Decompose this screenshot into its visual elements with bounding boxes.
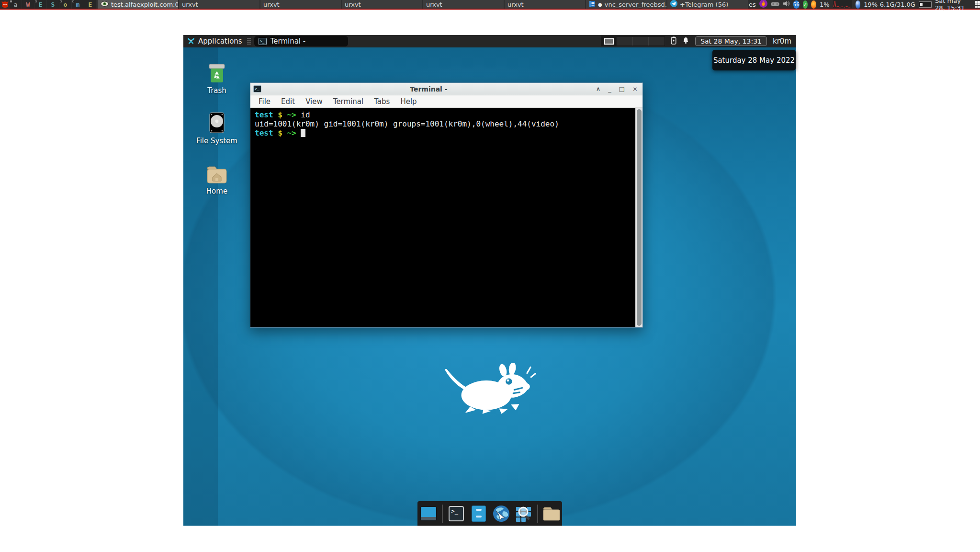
terminal-menubar: File Edit View Terminal Tabs Help xyxy=(250,95,642,108)
window-title: Terminal - xyxy=(261,85,596,93)
gamepad-icon[interactable] xyxy=(771,1,779,8)
icon-label: Trash xyxy=(194,86,240,95)
xfce-top-panel: Applications >_ Terminal - Sat 28 May, 1… xyxy=(183,35,796,47)
shade-button[interactable]: ∧ xyxy=(596,83,601,95)
applications-label: Applications xyxy=(198,37,242,46)
memory-usage: 19%-6.1G/31.0G xyxy=(864,1,915,8)
terminal-launcher[interactable]: >_ xyxy=(447,505,465,523)
task-vnc-server[interactable]: ● vnc_server_freebsd.... xyxy=(586,0,666,9)
notification-bell-icon[interactable] xyxy=(682,37,689,46)
show-desktop-button[interactable] xyxy=(419,505,438,523)
host-tasklist: test.alfaexploit.com:0 - ... urxvt urxvt… xyxy=(98,0,749,9)
tag-4[interactable]: S xyxy=(47,0,59,9)
app-finder-icon xyxy=(515,505,532,522)
text-cursor xyxy=(301,129,305,137)
firewall-flame-icon[interactable] xyxy=(759,0,767,9)
tag-1[interactable]: a xyxy=(10,0,22,9)
panel-tasklist: >_ Terminal - xyxy=(252,35,601,47)
vnc-eye-icon xyxy=(101,1,109,8)
clock-tooltip: Saturday 28 May 2022 xyxy=(712,50,796,70)
tag-6[interactable]: m xyxy=(72,0,84,9)
tag-indicator xyxy=(35,0,37,2)
workspace-3[interactable] xyxy=(633,37,649,46)
terminal-icon: >_ xyxy=(259,38,267,45)
command-output: uid=1001(kr0m) gid=1001(kr0m) groups=100… xyxy=(255,119,638,128)
icon-label: File System xyxy=(194,137,240,145)
freebsd-beastie-icon[interactable] xyxy=(0,0,10,9)
telegram-icon xyxy=(670,0,677,9)
terminal-window: >_ Terminal - ∧ _ □ × File Edit View Ter… xyxy=(250,82,643,328)
telegram-unread-badge[interactable]: 56 xyxy=(793,0,800,9)
xfce-mouse-logo xyxy=(441,363,539,416)
prompt-line-1: test $ ~> id xyxy=(255,110,638,119)
panel-clock-button[interactable]: Sat 28 May, 13:31 xyxy=(695,36,767,46)
workspace-pager xyxy=(601,36,665,46)
keyboard-layout-indicator[interactable]: es xyxy=(749,1,756,8)
menu-view[interactable]: View xyxy=(300,97,328,106)
desktop-icon-home[interactable]: Home xyxy=(194,162,240,196)
terminal-output-area[interactable]: test $ ~> iduid=1001(kr0m) gid=1001(kr0m… xyxy=(250,108,642,327)
terminal-icon: >_ xyxy=(253,85,261,92)
task-urxvt-1[interactable]: urxvt xyxy=(179,0,259,9)
tag-3[interactable]: E xyxy=(34,0,46,9)
menu-file[interactable]: File xyxy=(253,97,276,106)
host-clock[interactable]: Sat may 28, 15:31 xyxy=(935,0,971,12)
desktop-icon-filesystem[interactable]: File System xyxy=(194,112,240,145)
panel-task-terminal[interactable]: >_ Terminal - xyxy=(254,36,348,46)
task-urxvt-5[interactable]: urxvt xyxy=(505,0,585,9)
unread-bullet: ● xyxy=(598,2,602,7)
host-systray: es 56 ✓ 1% 19%-6.1G/31.0G Sat may 28, 15… xyxy=(749,0,980,12)
hard-drive-icon xyxy=(194,112,240,135)
pager-window-miniature xyxy=(604,38,614,45)
tag-indicator xyxy=(10,0,12,2)
task-vnc-viewer[interactable]: test.alfaexploit.com:0 - ... xyxy=(98,0,178,9)
battery-icon[interactable] xyxy=(671,36,676,46)
tag-2[interactable]: W xyxy=(22,0,34,9)
workspace-4[interactable] xyxy=(649,37,665,46)
panel-status-area: Sat 28 May, 13:31 kr0m xyxy=(671,35,796,47)
xfce-logo-icon xyxy=(187,36,195,46)
home-folder-icon xyxy=(194,162,240,185)
maximize-button[interactable]: □ xyxy=(619,83,625,95)
volume-icon[interactable] xyxy=(783,0,790,8)
menu-terminal[interactable]: Terminal xyxy=(328,97,369,106)
terminal-titlebar[interactable]: >_ Terminal - ∧ _ □ × xyxy=(250,83,642,95)
trash-icon xyxy=(194,61,240,84)
close-button[interactable]: × xyxy=(632,83,638,95)
indicator-meter xyxy=(919,1,932,8)
document-icon xyxy=(589,0,596,9)
dock-separator xyxy=(442,505,443,523)
prompt-line-2: test $ ~> xyxy=(255,128,638,138)
menu-tabs[interactable]: Tabs xyxy=(369,97,395,106)
folder-launcher[interactable] xyxy=(542,505,561,523)
tag-5[interactable]: o xyxy=(59,0,71,9)
applications-menu-button[interactable]: Applications xyxy=(183,35,246,47)
workspace-2[interactable] xyxy=(617,37,633,46)
menu-edit[interactable]: Edit xyxy=(276,97,300,106)
file-cabinet-icon xyxy=(472,506,486,522)
scrollbar-thumb[interactable] xyxy=(637,109,642,326)
task-telegram[interactable]: +Telegram (56) xyxy=(667,0,748,9)
memory-monitor-icon[interactable] xyxy=(856,0,861,9)
cpu-temp-icon[interactable] xyxy=(811,0,816,9)
update-check-icon[interactable]: ✓ xyxy=(803,0,808,9)
panel-separator-handle[interactable] xyxy=(247,38,251,45)
file-manager-launcher[interactable] xyxy=(470,505,488,523)
tag-indicator xyxy=(60,0,62,2)
workspace-1[interactable] xyxy=(601,37,617,46)
minimize-button[interactable]: _ xyxy=(608,83,611,95)
task-urxvt-2[interactable]: urxvt xyxy=(260,0,341,9)
task-urxvt-3[interactable]: urxvt xyxy=(342,0,422,9)
task-urxvt-4[interactable]: urxvt xyxy=(423,0,504,9)
tag-7[interactable]: E xyxy=(84,0,96,9)
folder-icon xyxy=(542,506,561,522)
menu-help[interactable]: Help xyxy=(395,97,422,106)
desktop-icon-trash[interactable]: Trash xyxy=(194,61,240,95)
globe-browser-icon xyxy=(492,505,510,523)
layout-grid-icon[interactable] xyxy=(975,1,980,8)
icon-label: Home xyxy=(194,187,240,196)
web-browser-launcher[interactable] xyxy=(492,505,510,523)
net-graph-widget xyxy=(833,0,852,9)
application-finder-launcher[interactable] xyxy=(515,505,533,523)
terminal-scrollbar[interactable] xyxy=(635,108,642,327)
